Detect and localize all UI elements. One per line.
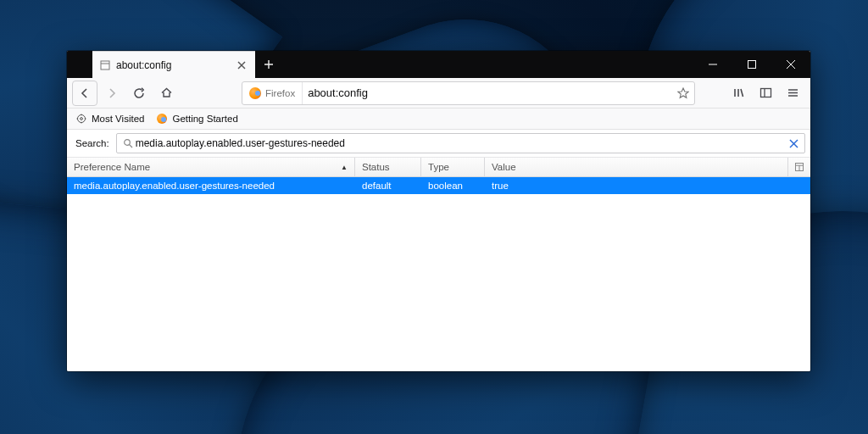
sort-asc-icon: ▲ <box>341 164 348 171</box>
tab-title: about:config <box>116 59 230 71</box>
url-bar[interactable]: Firefox <box>242 81 695 105</box>
pref-search-row: Search: <box>67 130 810 157</box>
bookmark-star-icon[interactable] <box>677 87 689 99</box>
column-header-type[interactable]: Type <box>421 158 485 176</box>
home-button[interactable] <box>153 81 179 105</box>
column-label: Status <box>362 162 390 172</box>
app-menu-button[interactable] <box>780 81 805 105</box>
identity-box[interactable]: Firefox <box>242 82 303 104</box>
pref-cell-type: boolean <box>421 181 485 191</box>
svg-marker-10 <box>678 88 688 97</box>
svg-point-20 <box>81 118 83 120</box>
pref-cell-name: media.autoplay.enabled.user-gestures-nee… <box>67 181 355 191</box>
forward-button[interactable] <box>99 81 125 105</box>
reload-button[interactable] <box>126 81 152 105</box>
identity-label: Firefox <box>265 88 295 98</box>
svg-rect-0 <box>101 61 109 70</box>
column-label: Value <box>492 162 516 172</box>
titlebar: about:config <box>67 51 810 78</box>
search-icon <box>120 138 136 148</box>
tabs-lead-spacer <box>67 51 92 78</box>
firefox-icon <box>156 113 168 125</box>
minimize-button[interactable] <box>693 51 732 78</box>
tab-strip: about:config <box>67 51 282 78</box>
column-header-name[interactable]: Preference Name ▲ <box>67 158 355 176</box>
pref-search-input[interactable] <box>136 137 786 149</box>
close-window-button[interactable] <box>771 51 810 78</box>
tab-close-icon[interactable] <box>235 58 248 72</box>
svg-point-25 <box>124 140 130 146</box>
tab-favicon-icon <box>99 59 111 71</box>
svg-rect-7 <box>748 61 756 69</box>
maximize-button[interactable] <box>732 51 771 78</box>
svg-rect-14 <box>760 89 771 97</box>
titlebar-drag-area[interactable] <box>282 51 693 78</box>
pref-table-header: Preference Name ▲ Status Type Value <box>67 157 810 177</box>
pref-table-body: media.autoplay.enabled.user-gestures-nee… <box>67 177 810 371</box>
url-input[interactable] <box>303 86 677 99</box>
sidebar-button[interactable] <box>753 81 778 105</box>
column-picker-icon[interactable] <box>788 158 810 176</box>
svg-point-19 <box>78 115 86 123</box>
new-tab-button[interactable] <box>255 51 282 78</box>
pref-cell-status: default <box>355 181 421 191</box>
bookmark-label: Most Visited <box>92 114 144 124</box>
svg-line-13 <box>741 89 743 97</box>
bookmark-getting-started[interactable]: Getting Started <box>156 113 237 125</box>
column-label: Preference Name <box>74 162 150 172</box>
bookmarks-toolbar: Most Visited Getting Started <box>67 108 810 130</box>
firefox-icon <box>249 87 261 99</box>
search-label: Search: <box>75 138 109 148</box>
column-label: Type <box>428 162 449 172</box>
pref-row[interactable]: media.autoplay.enabled.user-gestures-nee… <box>67 177 810 194</box>
svg-line-26 <box>129 145 131 147</box>
window-controls <box>693 51 810 78</box>
url-actions <box>677 87 694 99</box>
back-button[interactable] <box>72 81 97 106</box>
browser-window: about:config <box>67 51 810 371</box>
clear-search-icon[interactable] <box>786 139 801 148</box>
library-button[interactable] <box>726 81 751 105</box>
bookmark-most-visited[interactable]: Most Visited <box>75 113 144 125</box>
column-header-value[interactable]: Value <box>485 158 788 176</box>
pref-search-box[interactable] <box>116 133 805 153</box>
pref-cell-value: true <box>485 181 810 191</box>
gear-icon <box>75 113 87 125</box>
pref-table: Preference Name ▲ Status Type Value medi… <box>67 157 810 371</box>
column-header-status[interactable]: Status <box>355 158 421 176</box>
bookmark-label: Getting Started <box>172 114 237 124</box>
tab-about-config[interactable]: about:config <box>92 51 255 78</box>
navigation-toolbar: Firefox <box>67 78 810 108</box>
toolbar-right <box>702 81 805 105</box>
